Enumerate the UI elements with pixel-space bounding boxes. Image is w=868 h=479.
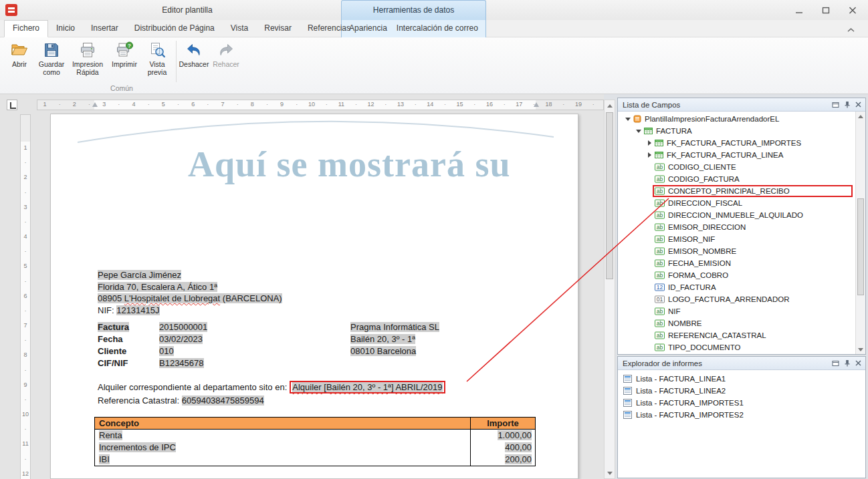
tab-fichero[interactable]: Fichero bbox=[4, 20, 48, 37]
float-icon[interactable] bbox=[832, 360, 839, 367]
cadastral-value-field[interactable]: 60594038475859594 bbox=[182, 395, 264, 406]
field-item-factura[interactable]: FACTURA bbox=[618, 125, 855, 137]
float-icon[interactable] bbox=[832, 102, 839, 108]
pin-icon[interactable] bbox=[844, 101, 851, 108]
close-icon[interactable] bbox=[855, 102, 861, 108]
importe-cell[interactable]: 400,00 bbox=[471, 442, 535, 454]
concept-merge-field[interactable]: Alquiler [Bailén 20, 3º - 1ª] ABRIL/2019 bbox=[290, 381, 445, 393]
ribbon-button-impresion-r-pida[interactable]: Impresion Rápida bbox=[68, 39, 107, 76]
field-item-label: CONCEPTO_PRINCIPAL_RECIBO bbox=[668, 187, 790, 195]
tab-distribuci-n-de-p-gina[interactable]: Distribución de Página bbox=[126, 20, 223, 37]
report-explorer-header[interactable]: Explorador de informes bbox=[618, 357, 865, 370]
ribbon-button-deshacer[interactable]: Deshacer bbox=[179, 39, 209, 68]
invoice-field-value[interactable]: 03/02/2023 bbox=[159, 334, 203, 344]
window-title: Editor plantilla bbox=[107, 0, 267, 20]
document-page[interactable]: Aquí se mostrará su Pepe García Jiménez … bbox=[50, 114, 578, 479]
close-icon[interactable] bbox=[855, 360, 861, 366]
ribbon-button-label: Abrir bbox=[12, 60, 27, 68]
nif-value-field[interactable]: 12131415J bbox=[116, 305, 159, 315]
ribbon-button-imprimir[interactable]: ?Imprimir bbox=[108, 39, 140, 68]
ribbon-button-guardar-como[interactable]: Guardar como bbox=[36, 39, 67, 76]
field-item-emisor-nif[interactable]: abEMISOR_NIF bbox=[618, 233, 855, 245]
field-item-label: FK_FACTURA_FACTURA_IMPORTES bbox=[667, 139, 801, 147]
field-item-label: ID_FACTURA bbox=[668, 283, 716, 291]
left-indent-marker[interactable] bbox=[92, 102, 98, 107]
tab-inicio[interactable]: Inicio bbox=[48, 20, 83, 37]
ribbon-button-label: Imprimir bbox=[112, 60, 137, 68]
field-item-fk-factura-factura-linea[interactable]: FK_FACTURA_FACTURA_LINEA bbox=[618, 149, 855, 161]
tab-apariencia[interactable]: Apariencia bbox=[344, 20, 392, 37]
report-explorer-item-label: Lista - FACTURA_LINEA2 bbox=[636, 387, 726, 395]
scroll-up-arrow[interactable] bbox=[856, 112, 865, 121]
scroll-down-arrow[interactable] bbox=[856, 345, 865, 354]
tab-revisar[interactable]: Revisar bbox=[256, 20, 300, 37]
field-item-codigo-factura[interactable]: abCODIGO_FACTURA bbox=[618, 173, 855, 185]
report-explorer-item-lista-factura-importes2[interactable]: Lista - FACTURA_IMPORTES2 bbox=[618, 409, 865, 421]
document-canvas[interactable]: 1·2·3·4·5·6·7·8·9·10·11·12·13·14·15·16·1… bbox=[0, 94, 604, 479]
recipient-block[interactable]: Pepe García Jiménez Florida 70, Escalera… bbox=[98, 269, 282, 316]
expander-collapsed-icon[interactable] bbox=[646, 152, 653, 159]
field-item-logo-factura-arrendador[interactable]: 01LOGO_FACTURA_ARRENDADOR bbox=[618, 293, 855, 305]
recipient-address2-field[interactable]: 08905 L'Hospitalet de Llobregat (BARCELO… bbox=[98, 293, 282, 303]
field-item-direccion-inmueble-alquilado[interactable]: abDIRECCION_INMUEBLE_ALQUILADO bbox=[618, 209, 855, 221]
scrollbar-thumb[interactable] bbox=[857, 198, 864, 295]
invoice-field-value[interactable]: B12345678 bbox=[159, 358, 204, 368]
invoice-field-row-cliente: Cliente010 bbox=[98, 345, 207, 357]
report-explorer-item-lista-factura-importes1[interactable]: Lista - FACTURA_IMPORTES1 bbox=[618, 397, 865, 409]
concepto-cell[interactable]: IBI bbox=[95, 454, 471, 466]
field-item-nombre[interactable]: abNOMBRE bbox=[618, 317, 855, 329]
text-field-icon: ab bbox=[655, 211, 665, 219]
scroll-down-arrow[interactable] bbox=[605, 468, 615, 478]
field-item-codigo-cliente[interactable]: abCODIGO_CLIENTE bbox=[618, 161, 855, 173]
h-ruler-tick: · bbox=[266, 101, 268, 108]
concepto-cell[interactable]: Renta bbox=[95, 430, 471, 442]
title-bar[interactable]: Editor plantilla Herramientas de datos bbox=[0, 0, 868, 20]
expander-expanded-icon[interactable] bbox=[625, 116, 632, 123]
importe-cell[interactable]: 1.000,00 bbox=[471, 430, 535, 442]
recipient-name-field[interactable]: Pepe García Jiménez bbox=[98, 270, 181, 280]
minimize-button[interactable] bbox=[792, 5, 806, 15]
pin-icon[interactable] bbox=[844, 359, 851, 367]
field-item-emisor-direccion[interactable]: abEMISOR_DIRECCION bbox=[618, 221, 855, 233]
field-list-scrollbar[interactable] bbox=[855, 112, 865, 354]
tab-intercalaci-n-de-correo[interactable]: Intercalación de correo bbox=[392, 20, 483, 37]
report-explorer-item-lista-factura-linea1[interactable]: Lista - FACTURA_LINEA1 bbox=[618, 373, 865, 385]
field-item-id-factura[interactable]: 12ID_FACTURA bbox=[618, 281, 855, 293]
chevron-up-icon bbox=[847, 27, 855, 33]
collapse-ribbon-button[interactable] bbox=[847, 25, 857, 33]
issuer-field[interactable]: Bailén 20, 3º - 1ª bbox=[350, 334, 415, 344]
issuer-field[interactable]: Pragma Informática SL bbox=[350, 322, 439, 332]
field-list-header[interactable]: Lista de Campos bbox=[618, 98, 865, 112]
ribbon-button-abrir[interactable]: Abrir bbox=[4, 39, 35, 68]
field-item-forma-cobro[interactable]: abFORMA_COBRO bbox=[618, 269, 855, 281]
field-item-concepto-principal-recibo[interactable]: abCONCEPTO_PRINCIPAL_RECIBO bbox=[618, 185, 855, 197]
field-item-fk-factura-factura-importes[interactable]: FK_FACTURA_FACTURA_IMPORTES bbox=[618, 137, 855, 149]
close-button[interactable] bbox=[845, 5, 860, 15]
field-item-fecha-emision[interactable]: abFECHA_EMISION bbox=[618, 257, 855, 269]
scrollbar-thumb[interactable] bbox=[606, 112, 613, 279]
field-item-direccion-fiscal[interactable]: abDIRECCION_FISCAL bbox=[618, 197, 855, 209]
scroll-up-arrow[interactable] bbox=[605, 100, 615, 111]
issuer-field[interactable]: 08010 Barcelona bbox=[350, 346, 416, 356]
document-vertical-scrollbar[interactable] bbox=[604, 100, 615, 479]
recipient-address1-field[interactable]: Florida 70, Escalera A, Ático 1ª bbox=[98, 282, 217, 292]
concepto-cell[interactable]: Incrementos de IPC bbox=[95, 442, 471, 454]
report-explorer-item-lista-factura-linea2[interactable]: Lista - FACTURA_LINEA2 bbox=[618, 385, 865, 397]
maximize-button[interactable] bbox=[819, 5, 833, 15]
expander-expanded-icon[interactable] bbox=[635, 128, 643, 135]
importe-cell[interactable]: 200,00 bbox=[471, 454, 535, 466]
field-item-emisor-nombre[interactable]: abEMISOR_NOMBRE bbox=[618, 245, 855, 257]
field-item-referencia-catastral[interactable]: abREFERENCIA_CATASTRAL bbox=[618, 329, 855, 341]
field-item-nif[interactable]: abNIF bbox=[618, 305, 855, 317]
tab-insertar[interactable]: Insertar bbox=[83, 20, 126, 37]
field-item-label: EMISOR_NIF bbox=[668, 235, 715, 243]
tab-vista[interactable]: Vista bbox=[223, 20, 256, 37]
svg-text:ab: ab bbox=[657, 164, 663, 170]
tab-stop-selector[interactable] bbox=[7, 100, 17, 110]
invoice-field-value[interactable]: 2015000001 bbox=[159, 322, 207, 332]
ribbon-button-vista-previa[interactable]: Vista previa bbox=[142, 39, 173, 76]
invoice-field-value[interactable]: 010 bbox=[159, 346, 174, 356]
field-item-tipo-documento[interactable]: abTIPO_DOCUMENTO bbox=[618, 341, 855, 353]
expander-collapsed-icon[interactable] bbox=[646, 140, 653, 147]
field-item-plantillaimpresionfacturaarrendadorel[interactable]: PlantillaImpresionFacturaArrendadorEL bbox=[618, 113, 855, 125]
